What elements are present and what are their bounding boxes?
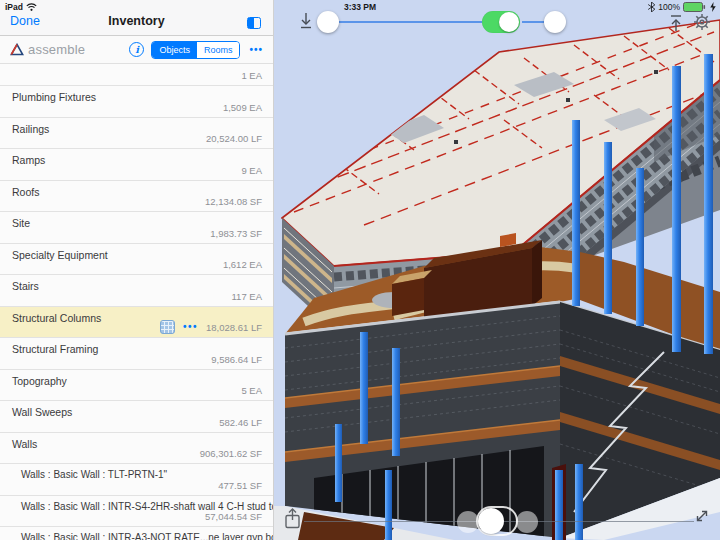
row-more-button[interactable]: ••• [183, 322, 198, 332]
item-label: Plumbing Fixtures [0, 86, 273, 103]
list-item[interactable]: Ramps9 EA [0, 149, 273, 181]
section-toggle[interactable] [482, 11, 520, 33]
tab-rooms[interactable]: Rooms [197, 42, 240, 58]
item-value: 117 EA [232, 291, 262, 302]
model-viewer[interactable] [274, 0, 720, 540]
more-button[interactable]: ••• [247, 45, 265, 55]
status-bar: iPad 3:33 PM 100% [0, 0, 720, 14]
section-down-icon[interactable] [300, 13, 312, 31]
item-label: Walls : Basic Wall : TLT-PRTN-1" [0, 464, 273, 480]
section-slider-track [328, 21, 482, 23]
item-label: Wall Sweeps [0, 401, 273, 418]
item-value: 1,509 EA [223, 102, 262, 113]
item-label: Railings [0, 118, 273, 135]
section-upper-handle[interactable] [544, 11, 566, 33]
bluetooth-icon [648, 2, 655, 12]
charging-icon [710, 2, 716, 12]
page-dot-2-active[interactable] [478, 508, 504, 534]
row-actions: •••18,028.61 LF [160, 320, 262, 334]
item-label: Specialty Equipment [0, 244, 273, 261]
item-value: 477.51 SF [218, 480, 262, 491]
item-value: 582.46 LF [219, 417, 262, 428]
item-value: 906,301.62 SF [200, 448, 262, 459]
page-dot-3[interactable] [516, 511, 538, 533]
table-icon[interactable] [160, 320, 175, 334]
page-title: Inventory [0, 14, 273, 28]
model-3d-view[interactable] [274, 0, 720, 540]
item-label: Ramps [0, 149, 273, 166]
list-item[interactable]: Wall Sweeps582.46 LF [0, 401, 273, 433]
fullscreen-expand-icon[interactable] [694, 508, 710, 524]
list-item[interactable]: Stairs117 EA [0, 275, 273, 307]
item-value: 1 EA [241, 70, 262, 81]
clock: 3:33 PM [0, 2, 720, 12]
panel-toolbar: assemble i Objects Rooms ••• [0, 36, 273, 64]
section-up-icon[interactable] [670, 13, 682, 31]
list-item[interactable]: Railings20,524.00 LF [0, 118, 273, 150]
item-label: Site [0, 212, 273, 229]
item-value: 18,028.61 LF [206, 322, 262, 333]
objects-rooms-segmented: Objects Rooms [151, 41, 240, 59]
battery-icon [683, 2, 707, 12]
split-view-icon[interactable] [247, 17, 261, 29]
toggle-knob [499, 12, 519, 32]
item-label: Structural Framing [0, 338, 273, 355]
list-item[interactable]: Specialty Equipment1,612 EA [0, 244, 273, 276]
section-slider-track-2 [522, 21, 546, 23]
item-value: 1,612 EA [223, 259, 262, 270]
item-label: Roofs [0, 181, 273, 198]
assemble-logo-icon [10, 43, 24, 56]
section-lower-handle[interactable] [317, 11, 339, 33]
info-icon[interactable]: i [129, 42, 144, 57]
share-icon[interactable] [284, 508, 301, 529]
list-item[interactable]: Topography5 EA [0, 370, 273, 402]
item-value: 9,586.64 LF [211, 354, 262, 365]
list-item[interactable]: Walls : Basic Wall : INTR-S4-2HR-shaft w… [0, 496, 273, 528]
brand-label: assemble [28, 42, 85, 57]
list-item[interactable]: Plumbing Fixtures1,509 EA [0, 86, 273, 118]
list-item[interactable]: Walls906,301.62 SF [0, 433, 273, 465]
item-label: Topography [0, 370, 273, 387]
list-item[interactable]: Site1,983.73 SF [0, 212, 273, 244]
list-item[interactable]: Roofs12,134.08 SF [0, 181, 273, 213]
list-item[interactable]: 1 EA [0, 64, 273, 86]
item-value: 57,044.54 SF [205, 511, 262, 522]
list-item[interactable]: Structural Framing9,586.64 LF [0, 338, 273, 370]
list-item[interactable]: Walls : Basic Wall : TLT-PRTN-1"477.51 S… [0, 464, 273, 496]
item-value: 9 EA [241, 165, 262, 176]
item-label: Walls : Basic Wall : INTR-S4-2HR-shaft w… [0, 496, 273, 512]
settings-gear-icon[interactable] [693, 13, 711, 31]
tab-objects[interactable]: Objects [152, 42, 197, 58]
assemble-brand: assemble [10, 42, 85, 57]
item-value: 5 EA [241, 385, 262, 396]
item-label: Walls [0, 433, 273, 450]
inventory-panel: Done Inventory assemble i Objects Rooms … [0, 0, 274, 540]
battery-percent: 100% [658, 2, 680, 12]
item-value: 20,524.00 LF [206, 133, 262, 144]
item-label: Walls : Basic Wall : INTR-A3-NOT RATE...… [0, 527, 273, 540]
list-item[interactable]: Walls : Basic Wall : INTR-A3-NOT RATE...… [0, 527, 273, 540]
item-label [0, 64, 273, 69]
item-value: 12,134.08 SF [205, 196, 262, 207]
inventory-list: 1 EAPlumbing Fixtures1,509 EARailings20,… [0, 64, 273, 540]
item-value: 1,983.73 SF [210, 228, 262, 239]
list-item[interactable]: Structural Columns•••18,028.61 LF [0, 307, 273, 339]
item-label: Stairs [0, 275, 273, 292]
